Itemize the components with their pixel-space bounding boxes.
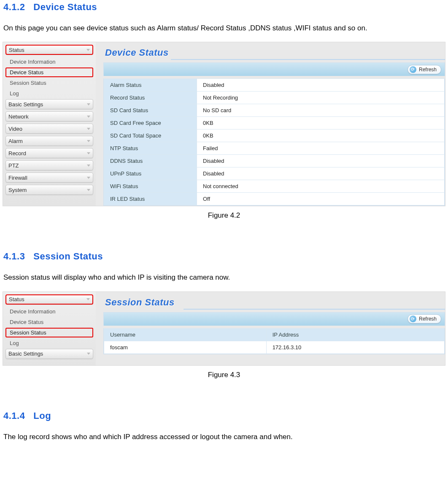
- nav-item-label: System: [8, 187, 27, 193]
- panel-title-underline: [184, 309, 445, 310]
- chevron-down-icon: [87, 353, 90, 355]
- sidebar-sub-log[interactable]: Log: [5, 89, 93, 98]
- nav-item-alarm[interactable]: Alarm: [5, 136, 93, 146]
- table-row: foscam172.16.3.10: [104, 341, 445, 353]
- sidebar-sub-device-information[interactable]: Device Information: [5, 307, 93, 316]
- status-label-ir-led-status: IR LED Status: [104, 193, 197, 205]
- figure-42-caption: Figure 4.2: [3, 211, 445, 220]
- nav-item-basic-settings[interactable]: Basic Settings: [5, 99, 93, 109]
- sidebar-sub-session-status[interactable]: Session Status: [5, 328, 93, 337]
- table-row: IR LED StatusOff: [104, 193, 445, 205]
- table-row: UPnP StatusDisabled: [104, 167, 445, 180]
- status-label-record-status: Record Status: [104, 92, 197, 104]
- chevron-down-icon: [86, 49, 90, 51]
- nav-item-label: PTZ: [8, 162, 19, 169]
- refresh-label: Refresh: [419, 67, 437, 73]
- status-value-alarm-status: Disabled: [197, 79, 445, 92]
- sidebar-sub-log[interactable]: Log: [5, 338, 93, 348]
- section-number: 4.1.2: [3, 2, 25, 12]
- table-row: SD Card StatusNo SD card: [104, 104, 445, 117]
- status-label-upnp-status: UPnP Status: [104, 167, 197, 180]
- content-panel: Session Status ⟳ Refresh Username IP Add…: [96, 292, 445, 365]
- cell-ip: 172.16.3.10: [266, 341, 444, 353]
- nav-item-basic-settings[interactable]: Basic Settings: [5, 349, 93, 359]
- status-label-sd-card-total-space: SD Card Total Space: [104, 129, 197, 142]
- table-row: DDNS StatusDisabled: [104, 155, 445, 167]
- section-413-paragraph: Session status will display who and whic…: [3, 270, 445, 285]
- chevron-down-icon: [87, 189, 90, 191]
- content-panel: Device Status ⟳ Refresh Alarm StatusDisa…: [96, 42, 445, 206]
- sidebar: Status Device InformationDevice StatusSe…: [3, 42, 96, 206]
- panel-header-row: ⟳ Refresh: [103, 62, 445, 76]
- status-label-wifi-status: WiFi Status: [104, 180, 197, 193]
- nav-item-system[interactable]: System: [5, 185, 93, 195]
- table-row: SD Card Total Space0KB: [104, 129, 445, 142]
- section-title-412: 4.1.2 Device Status: [3, 2, 445, 13]
- nav-item-label: Alarm: [8, 138, 23, 144]
- nav-item-label: Record: [8, 150, 26, 156]
- panel-header-row: ⟳ Refresh: [103, 312, 445, 326]
- col-username: Username: [104, 328, 267, 341]
- chevron-down-icon: [87, 152, 90, 154]
- chevron-down-icon: [87, 140, 90, 142]
- table-header-row: Username IP Address: [104, 328, 445, 341]
- section-412-paragraph: On this page you can see device status s…: [3, 20, 445, 36]
- section-name: Device Status: [33, 2, 97, 12]
- nav-item-video[interactable]: Video: [5, 124, 93, 134]
- sidebar-sub-device-status[interactable]: Device Status: [5, 317, 93, 327]
- nav-item-ptz[interactable]: PTZ: [5, 160, 93, 170]
- chevron-down-icon: [87, 177, 90, 179]
- status-value-wifi-status: Not connected: [197, 180, 445, 193]
- sidebar: Status Device InformationDevice StatusSe…: [3, 292, 96, 365]
- nav-item-label: Basic Settings: [8, 101, 43, 108]
- nav-item-label: Video: [8, 126, 22, 132]
- nav-item-firewall[interactable]: Firewall: [5, 173, 93, 183]
- session-table: Username IP Address foscam172.16.3.10: [104, 328, 445, 354]
- chevron-down-icon: [87, 103, 90, 105]
- status-label-sd-card-free-space: SD Card Free Space: [104, 117, 197, 129]
- chevron-down-icon: [86, 298, 90, 300]
- nav-item-status[interactable]: Status: [5, 294, 93, 305]
- cell-username: foscam: [104, 341, 267, 353]
- panel-title-underline: [171, 59, 445, 60]
- panel-body: Username IP Address foscam172.16.3.10: [103, 328, 445, 354]
- nav-item-label: Status: [9, 296, 24, 302]
- status-label-alarm-status: Alarm Status: [104, 79, 197, 92]
- nav-item-label: Firewall: [8, 175, 27, 181]
- nav-item-record[interactable]: Record: [5, 148, 93, 158]
- section-title-413: 4.1.3 Session Status: [3, 251, 445, 262]
- nav-item-label: Network: [8, 113, 29, 120]
- table-row: WiFi StatusNot connected: [104, 180, 445, 193]
- sidebar-sub-device-status[interactable]: Device Status: [5, 67, 93, 77]
- section-name: Session Status: [33, 251, 103, 262]
- sidebar-sub-device-information[interactable]: Device Information: [5, 57, 93, 67]
- section-414-paragraph: The log record shows who and which IP ad…: [3, 429, 445, 445]
- status-label-ddns-status: DDNS Status: [104, 155, 197, 167]
- status-value-ntp-status: Failed: [197, 142, 445, 155]
- section-name: Log: [33, 410, 51, 421]
- section-title-414: 4.1.4 Log: [3, 410, 445, 421]
- status-value-sd-card-status: No SD card: [197, 104, 445, 117]
- status-value-ir-led-status: Off: [197, 193, 445, 205]
- refresh-icon: ⟳: [410, 66, 416, 73]
- status-value-sd-card-total-space: 0KB: [197, 129, 445, 142]
- nav-item-network[interactable]: Network: [5, 111, 93, 121]
- refresh-label: Refresh: [419, 316, 437, 322]
- figure-42: Status Device InformationDevice StatusSe…: [3, 42, 445, 206]
- refresh-button[interactable]: ⟳ Refresh: [408, 65, 441, 74]
- sidebar-sub-session-status[interactable]: Session Status: [5, 78, 93, 88]
- refresh-icon: ⟳: [410, 316, 416, 322]
- status-value-record-status: Not Recording: [197, 92, 445, 104]
- figure-43: Status Device InformationDevice StatusSe…: [3, 291, 445, 366]
- figure-43-caption: Figure 4.3: [3, 371, 445, 379]
- section-number: 4.1.4: [3, 410, 25, 421]
- status-label-sd-card-status: SD Card Status: [104, 104, 197, 117]
- nav-item-status[interactable]: Status: [5, 45, 93, 55]
- panel-title: Device Status: [103, 44, 445, 60]
- chevron-down-icon: [87, 116, 90, 118]
- panel-body: Alarm StatusDisabledRecord StatusNot Rec…: [103, 78, 445, 206]
- table-row: Record StatusNot Recording: [104, 92, 445, 104]
- status-value-upnp-status: Disabled: [197, 167, 445, 180]
- section-number: 4.1.3: [3, 251, 25, 262]
- refresh-button[interactable]: ⟳ Refresh: [408, 314, 441, 324]
